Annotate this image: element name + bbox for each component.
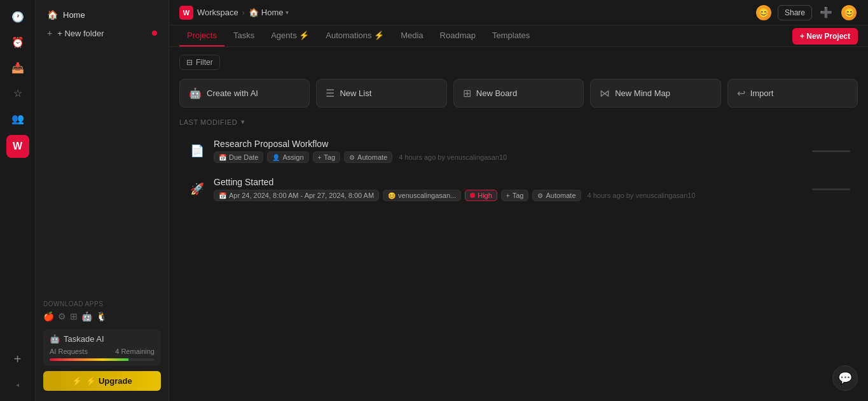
sidebar-item-home[interactable]: 🏠 Home xyxy=(39,6,165,24)
app-icons: 🍎 ⚙ ⊞ 🤖 🐧 xyxy=(43,311,161,321)
inbox-icon[interactable]: 📥 xyxy=(6,56,29,79)
tag-plus-icon-2: + xyxy=(506,192,510,199)
last-modified-row[interactable]: LAST MODIFIED ▾ xyxy=(179,118,858,126)
new-board-option[interactable]: ⊞ New Board xyxy=(453,79,584,108)
tab-projects-label: Projects xyxy=(187,31,217,40)
project-scrollbar-research xyxy=(812,150,850,152)
automate-chip[interactable]: ⚙ Automate xyxy=(344,151,392,163)
filter-row: ⊟ Filter xyxy=(179,55,858,70)
upgrade-button[interactable]: ⚡ ⚡ Upgrade xyxy=(43,371,161,391)
breadcrumb-arrow: › xyxy=(242,8,245,17)
red-dot-indicator xyxy=(152,31,157,36)
download-apps-label: DOWNLOAD APPS xyxy=(43,300,161,307)
assign-chip[interactable]: 👤 Assign xyxy=(267,151,308,163)
due-date-chip[interactable]: 📅 Due Date xyxy=(214,151,263,163)
create-options: 🤖 Create with AI ☰ New List ⊞ New Board … xyxy=(179,79,858,108)
project-item-research[interactable]: 📄 Research Proposal Workflow 📅 Due Date … xyxy=(179,132,858,169)
project-thumb-research: 📄 xyxy=(187,141,207,161)
import-option[interactable]: ↩ Import xyxy=(727,79,858,108)
user-chip[interactable]: 😊 venuscalingasan... xyxy=(383,190,461,201)
add-workspace-icon[interactable]: + xyxy=(6,348,29,370)
new-folder-left: + + New folder xyxy=(47,28,104,38)
tab-templates-label: Templates xyxy=(492,31,530,40)
tab-roadmap-label: Roadmap xyxy=(440,31,476,40)
priority-chip[interactable]: High xyxy=(465,190,497,201)
tag-plus-icon: + xyxy=(318,154,322,161)
tab-templates[interactable]: Templates xyxy=(485,25,537,46)
ai-icon: 🤖 xyxy=(50,334,60,344)
automate-label-2: Automate xyxy=(546,192,575,199)
last-modified-label: LAST MODIFIED xyxy=(179,118,237,126)
tab-roadmap[interactable]: Roadmap xyxy=(432,25,483,46)
create-with-ai-option[interactable]: 🤖 Create with AI xyxy=(179,79,310,108)
tab-agents-label: Agents ⚡ xyxy=(271,31,309,40)
tag-chip[interactable]: + Tag xyxy=(313,151,341,163)
tab-media-label: Media xyxy=(401,31,423,40)
new-project-button[interactable]: + New Project xyxy=(792,28,858,45)
new-mind-map-label: New Mind Map xyxy=(615,88,670,98)
workspace-badge[interactable]: W xyxy=(6,135,29,158)
plus-icon: + xyxy=(47,28,52,38)
new-list-option[interactable]: ☰ New List xyxy=(316,79,446,108)
tag-chip-2[interactable]: + Tag xyxy=(501,190,529,201)
content-area: ⊟ Filter 🤖 Create with AI ☰ New List ⊞ N… xyxy=(169,47,868,401)
user-avatar[interactable]: 😊 xyxy=(840,4,858,22)
share-button[interactable]: Share xyxy=(778,5,812,20)
home-icon: 🏠 xyxy=(47,10,58,20)
project-scrollbar-getting-started xyxy=(812,188,850,190)
windows-icon[interactable]: ⊞ xyxy=(70,311,78,321)
project-item-getting-started[interactable]: 🚀 Getting Started 📅 Apr 24, 2024, 8:00 A… xyxy=(179,171,858,208)
new-mind-map-option[interactable]: ⋈ New Mind Map xyxy=(590,79,720,108)
add-user-icon[interactable]: ➕ xyxy=(817,4,835,22)
android-icon[interactable]: ⚙ xyxy=(58,311,66,321)
user-avatar-icon: 😊 xyxy=(388,192,396,199)
project-info-getting-started: Getting Started 📅 Apr 24, 2024, 8:00 AM … xyxy=(214,177,850,201)
date-range-chip[interactable]: 📅 Apr 24, 2024, 8:00 AM - Apr 27, 2024, … xyxy=(214,190,379,201)
filter-button[interactable]: ⊟ Filter xyxy=(179,55,220,70)
create-ai-label: Create with AI xyxy=(207,88,258,98)
apple-icon[interactable]: 🍎 xyxy=(43,311,54,321)
project-info-research: Research Proposal Workflow 📅 Due Date 👤 … xyxy=(214,139,850,163)
project-title-getting-started: Getting Started xyxy=(214,177,850,187)
assign-icon: 👤 xyxy=(272,154,280,161)
due-date-label: Due Date xyxy=(229,153,258,161)
collapse-icon[interactable]: ◂ xyxy=(6,373,29,396)
chat-button[interactable]: 💬 xyxy=(832,365,858,391)
tab-projects[interactable]: Projects xyxy=(179,25,224,46)
import-label: Import xyxy=(750,88,774,98)
tabs-bar: Projects Tasks Agents ⚡ Automations ⚡ Me… xyxy=(169,25,868,47)
home-breadcrumb[interactable]: 🏠 Home ▾ xyxy=(249,8,289,17)
tag-label-2: Tag xyxy=(513,192,524,199)
home-breadcrumb-icon: 🏠 xyxy=(249,8,259,17)
people-icon[interactable]: 👥 xyxy=(6,107,29,130)
ai-requests-label: AI Requests xyxy=(50,348,88,355)
new-folder-row[interactable]: + + New folder xyxy=(39,25,165,41)
date-range-icon: 📅 xyxy=(219,192,226,199)
avatar-group: 😊 xyxy=(755,4,773,22)
linux-icon[interactable]: 🤖 xyxy=(81,311,92,321)
workspace-breadcrumb-label[interactable]: Workspace xyxy=(197,8,238,17)
reminders-icon[interactable]: ⏰ xyxy=(6,31,29,53)
taskade-ai-section: 🤖 Taskade AI AI Requests 4 Remaining xyxy=(43,329,161,366)
tab-media[interactable]: Media xyxy=(393,25,431,46)
home-label: Home xyxy=(63,10,85,20)
tab-tasks[interactable]: Tasks xyxy=(226,25,262,46)
star-icon[interactable]: ☆ xyxy=(6,81,29,104)
workspace-logo: W xyxy=(179,6,193,20)
upgrade-label: ⚡ Upgrade xyxy=(86,376,132,386)
date-range-label: Apr 24, 2024, 8:00 AM - Apr 27, 2024, 8:… xyxy=(229,192,374,199)
other-icon[interactable]: 🐧 xyxy=(96,311,107,321)
tab-automations[interactable]: Automations ⚡ xyxy=(318,25,392,46)
calendar-icon: 📅 xyxy=(219,154,226,161)
ai-progress-fill xyxy=(50,358,128,361)
tag-label: Tag xyxy=(324,153,335,161)
automate-chip-2[interactable]: ⚙ Automate xyxy=(532,190,581,201)
avatar: 😊 xyxy=(755,4,773,22)
priority-dot-icon xyxy=(470,193,475,198)
project-thumb-getting-started: 🚀 xyxy=(187,179,207,199)
board-icon: ⊞ xyxy=(463,87,471,99)
recent-icon[interactable]: 🕐 xyxy=(6,5,29,28)
project-meta-getting-started: 📅 Apr 24, 2024, 8:00 AM - Apr 27, 2024, … xyxy=(214,190,850,201)
new-board-label: New Board xyxy=(476,88,517,98)
tab-agents[interactable]: Agents ⚡ xyxy=(263,25,317,46)
